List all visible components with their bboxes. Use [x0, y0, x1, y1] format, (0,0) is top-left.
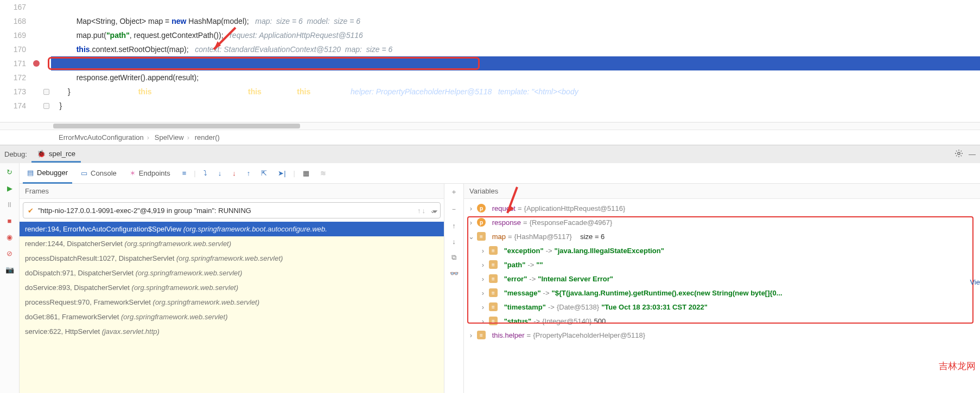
- map-entry[interactable]: ›≡ "status" -> {Integer@5140} 500: [467, 314, 978, 328]
- variable-row-map[interactable]: ⌄≡ map = {HashMap@5117} size = 6: [467, 229, 978, 243]
- tab-endpoints[interactable]: ✶Endpoints: [125, 163, 175, 184]
- tab-console[interactable]: ▭Console: [77, 163, 121, 184]
- copy-icon[interactable]: ⧉: [451, 253, 456, 262]
- code-line[interactable]: this.context.setRootObject(map); context…: [51, 42, 980, 56]
- stack-frame[interactable]: doGet:861, FrameworkServlet (org.springf…: [20, 310, 444, 324]
- field-icon: ≡: [477, 232, 486, 241]
- variable-row[interactable]: ›≡ this.helper = {PropertyPlaceholderHel…: [467, 328, 978, 342]
- down-icon[interactable]: ↓: [452, 237, 456, 246]
- breakpoint-icon[interactable]: [31, 56, 41, 70]
- map-entry[interactable]: ›≡ "timestamp" -> {Date@5138} "Tue Oct 1…: [467, 300, 978, 314]
- breakpoint-gutter[interactable]: [31, 0, 41, 122]
- run-controls: ↻ ▶ ⏸ ■ ◉ ⊘ 📷: [0, 163, 20, 393]
- editor-scrollbar[interactable]: [0, 122, 980, 130]
- arrow-down-icon[interactable]: ↓: [422, 207, 426, 215]
- map-entry[interactable]: ›≡ "path" -> "": [467, 257, 978, 272]
- mute-breakpoints-icon[interactable]: ⊘: [4, 248, 15, 259]
- scrollbar-thumb[interactable]: [53, 124, 300, 128]
- variable-row[interactable]: ›p response = {ResponseFacade@4967}: [467, 215, 978, 229]
- up-icon[interactable]: ↑: [452, 222, 456, 230]
- code-editor[interactable]: 167168 169170 171172 173174 Map<String, …: [0, 0, 980, 122]
- code-line[interactable]: map.put("path", request.getContextPath()…: [51, 28, 980, 42]
- gear-icon[interactable]: [954, 149, 963, 159]
- resume-icon[interactable]: ▶: [4, 183, 15, 194]
- variable-row[interactable]: ›p request = {ApplicationHttpRequest@511…: [467, 201, 978, 215]
- stack-frame[interactable]: processRequest:970, FrameworkServlet (or…: [20, 295, 444, 310]
- code-line[interactable]: Map<String, Object> map = new HashMap(mo…: [51, 14, 980, 28]
- watermark: 吉林龙网: [939, 360, 976, 372]
- frames-pane: Frames ✔ "http-nio-127.0.0.1-9091-exec-2…: [20, 184, 444, 393]
- field-icon: ≡: [489, 288, 498, 297]
- remove-watch-icon[interactable]: －: [450, 204, 457, 214]
- force-step-into-icon[interactable]: ↓: [229, 169, 239, 177]
- code-line[interactable]: }: [51, 85, 980, 99]
- breadcrumb-item[interactable]: SpelView: [155, 133, 184, 141]
- breadcrumb[interactable]: ErrorMvcAutoConfiguration› SpelView› ren…: [0, 130, 980, 145]
- inline-hint: map: size = 6 model: size = 6: [255, 17, 360, 25]
- thread-name: "http-nio-127.0.0.1-9091-exec-2"@4,919 i…: [38, 207, 251, 215]
- threads-icon[interactable]: ≡: [179, 169, 190, 177]
- field-icon: ≡: [489, 302, 498, 311]
- bug-icon: 🐞: [37, 150, 46, 158]
- stop-icon[interactable]: ■: [4, 215, 15, 226]
- code-line[interactable]: response.getWriter().append(result);: [51, 70, 980, 85]
- variables-header: Variables: [464, 184, 980, 199]
- stack-frames[interactable]: render:194, ErrorMvcAutoConfiguration$Sp…: [20, 222, 444, 393]
- breadcrumb-item[interactable]: render(): [195, 133, 220, 141]
- rerun-icon[interactable]: ↻: [4, 166, 15, 177]
- annotation-box: [48, 57, 480, 70]
- chevron-right-icon: ›: [187, 133, 189, 141]
- debugger-tabs: ▤Debugger ▭Console ✶Endpoints ≡ | ⤵ ↓ ↓ …: [20, 163, 980, 184]
- step-over-icon[interactable]: ⤵: [200, 169, 211, 177]
- map-entry[interactable]: ›≡ "exception" -> "java.lang.IllegalStat…: [467, 243, 978, 257]
- thread-selector[interactable]: ✔ "http-nio-127.0.0.1-9091-exec-2"@4,919…: [23, 202, 441, 218]
- field-icon: ≡: [489, 274, 498, 283]
- inline-hint: context: StandardEvaluationContext@5120 …: [195, 45, 392, 54]
- inline-hint: request: ApplicationHttpRequest@5116: [230, 31, 363, 40]
- line-gutter: 167168 169170 171172 173174: [0, 0, 31, 122]
- breadcrumb-item[interactable]: ErrorMvcAutoConfiguration: [59, 133, 144, 141]
- debugger-panel: ↻ ▶ ⏸ ■ ◉ ⊘ 📷 ▤Debugger ▭Console ✶Endpoi…: [0, 163, 980, 393]
- camera-icon[interactable]: 📷: [4, 264, 15, 275]
- map-entry[interactable]: ›≡ "error" -> "Internal Server Error": [467, 272, 978, 286]
- evaluate-icon[interactable]: ▦: [300, 169, 313, 177]
- code-lines[interactable]: Map<String, Object> map = new HashMap(mo…: [51, 0, 980, 122]
- trace-icon[interactable]: ≋: [317, 169, 329, 177]
- pause-icon[interactable]: ⏸: [4, 199, 15, 210]
- stack-frame[interactable]: doService:893, DispatcherServlet (org.sp…: [20, 280, 444, 295]
- fold-gutter[interactable]: [41, 0, 51, 122]
- field-icon: ≡: [489, 317, 498, 325]
- map-entry[interactable]: ›≡ "message" -> "${T(java.lang.Runtime).…: [467, 286, 978, 300]
- code-line[interactable]: }: [51, 99, 980, 113]
- stack-frame[interactable]: render:194, ErrorMvcAutoConfiguration$Sp…: [20, 222, 444, 236]
- filter-icon[interactable]: ⏷: [431, 208, 438, 216]
- stack-frame[interactable]: service:622, HttpServlet (javax.servlet.…: [20, 324, 444, 339]
- drop-frame-icon[interactable]: ⇱: [258, 169, 270, 177]
- tab-debugger[interactable]: ▤Debugger: [23, 163, 72, 184]
- debug-label: Debug:: [4, 150, 27, 158]
- stack-frame[interactable]: render:1244, DispatcherServlet (org.spri…: [20, 236, 444, 251]
- debug-session-tab[interactable]: 🐞 spel_rce: [31, 146, 81, 163]
- step-into-icon[interactable]: ↓: [215, 169, 225, 177]
- frame-nav: ↑ ↓: [417, 207, 425, 215]
- minimize-icon[interactable]: —: [969, 150, 976, 158]
- add-watch-icon[interactable]: ＋: [450, 187, 457, 197]
- variables-pane: Variables ›p request = {ApplicationHttpR…: [464, 184, 980, 393]
- field-icon: ≡: [477, 331, 486, 339]
- stack-frame[interactable]: processDispatchResult:1027, DispatcherSe…: [20, 251, 444, 266]
- variables-toolbar: ＋ － ↑ ↓ ⧉ 👓: [444, 184, 464, 393]
- view-breakpoints-icon[interactable]: ◉: [4, 231, 15, 242]
- view-link[interactable]: Vie: [970, 278, 980, 286]
- glasses-icon[interactable]: 👓: [450, 269, 459, 278]
- code-line[interactable]: [51, 0, 980, 14]
- run-to-cursor-icon[interactable]: ➤|: [275, 169, 289, 177]
- stack-frame[interactable]: doDispatch:971, DispatcherServlet (org.s…: [20, 266, 444, 280]
- debug-toolwindow-header: Debug: 🐞 spel_rce —: [0, 145, 980, 163]
- arrow-up-icon[interactable]: ↑: [417, 207, 421, 215]
- check-icon: ✔: [28, 207, 34, 215]
- field-icon: ≡: [489, 260, 498, 269]
- step-out-icon[interactable]: ↑: [244, 169, 254, 177]
- variables-tree[interactable]: ›p request = {ApplicationHttpRequest@511…: [464, 199, 980, 393]
- chevron-right-icon: ›: [147, 133, 149, 141]
- execution-line[interactable]: String result = this.helper.replacePlace…: [51, 56, 980, 70]
